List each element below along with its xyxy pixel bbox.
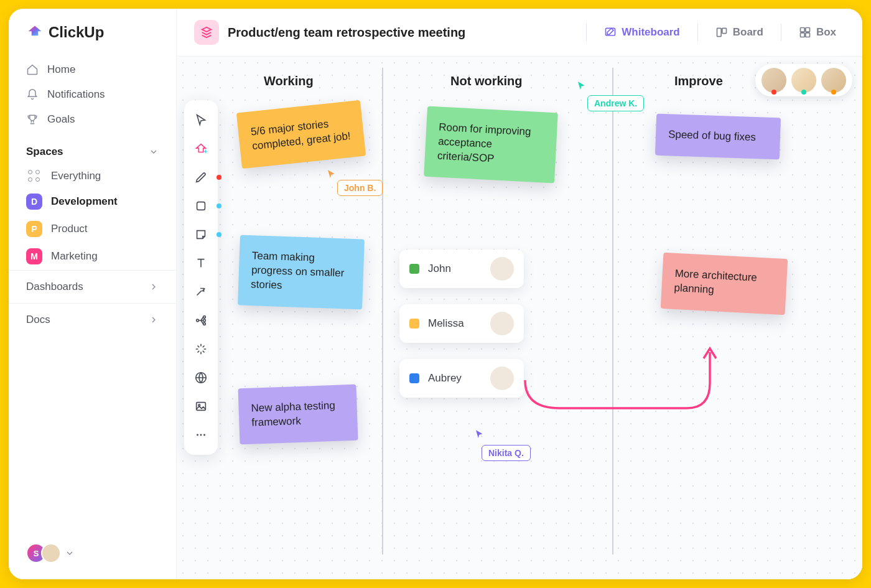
trophy-icon	[26, 113, 39, 126]
sticky-note[interactable]: New alpha testing framework	[238, 385, 358, 444]
logo-text: ClickUp	[49, 24, 104, 41]
svg-point-10	[203, 316, 206, 319]
svg-rect-14	[197, 403, 206, 411]
sidebar-docs[interactable]: Docs	[9, 303, 176, 336]
view-tab-board[interactable]: Board	[707, 21, 772, 44]
presence-status-dot	[831, 90, 836, 95]
svg-rect-2	[722, 28, 727, 33]
divider	[781, 24, 781, 41]
remote-cursor-label: John B.	[337, 180, 383, 196]
tool-more[interactable]	[188, 422, 214, 447]
svg-rect-6	[806, 33, 810, 37]
avatar	[490, 257, 514, 281]
space-product[interactable]: P Product	[9, 215, 176, 243]
tool-text[interactable]	[188, 251, 214, 276]
page-title: Product/eng team retrospective meeting	[228, 26, 465, 40]
nav-goals[interactable]: Goals	[9, 107, 176, 132]
tool-connector[interactable]	[188, 279, 214, 304]
remote-cursor-icon	[326, 169, 337, 180]
tool-pen[interactable]	[188, 165, 214, 190]
presence-avatar[interactable]	[821, 68, 846, 93]
bell-icon	[26, 88, 39, 101]
chevron-down-icon	[149, 147, 159, 157]
tool-web[interactable]	[188, 365, 214, 390]
nav-home[interactable]: Home	[9, 57, 176, 82]
svg-rect-4	[806, 28, 810, 32]
space-label: Everything	[51, 170, 101, 182]
column-header-working: Working	[264, 74, 314, 88]
sticky-note[interactable]: Team making progress on smaller stories	[238, 235, 365, 310]
whiteboard-toolbar: +	[184, 100, 218, 455]
everything-icon	[28, 170, 40, 182]
svg-point-16	[197, 434, 198, 436]
tool-ai[interactable]	[188, 337, 214, 362]
svg-rect-8	[197, 202, 205, 210]
status-square	[409, 264, 419, 274]
space-badge: P	[26, 221, 42, 237]
board-icon	[715, 26, 728, 39]
svg-point-17	[200, 434, 202, 436]
user-avatar[interactable]	[41, 543, 61, 563]
svg-point-9	[197, 319, 199, 322]
nav-label: Goals	[47, 113, 75, 126]
remote-cursor-icon	[576, 80, 587, 91]
home-icon	[26, 63, 39, 76]
task-card[interactable]: Melissa	[399, 304, 524, 343]
chevron-down-icon[interactable]	[65, 548, 75, 558]
column-header-notworking: Not working	[450, 74, 523, 88]
box-icon	[799, 26, 811, 39]
divider	[697, 24, 698, 41]
tool-clickup[interactable]: +	[188, 136, 214, 161]
space-development[interactable]: D Development	[9, 188, 176, 215]
svg-point-11	[203, 319, 206, 322]
tool-mindmap[interactable]	[188, 308, 214, 333]
view-tab-whiteboard[interactable]: Whiteboard	[595, 21, 689, 44]
svg-rect-3	[800, 28, 804, 32]
view-tab-box[interactable]: Box	[790, 21, 845, 44]
space-label: Development	[51, 195, 118, 208]
presence-avatars[interactable]	[755, 64, 852, 96]
tool-sticky[interactable]	[188, 222, 214, 247]
spaces-header[interactable]: Spaces	[9, 132, 176, 164]
task-card[interactable]: Aubrey	[399, 359, 524, 398]
chevron-right-icon	[149, 282, 159, 292]
status-square	[409, 319, 419, 329]
sticky-note[interactable]: Room for improving acceptance criteria/S…	[424, 106, 558, 184]
app-frame: ClickUp Home Notifications Goals Spaces …	[9, 9, 862, 579]
remote-cursor-icon	[474, 429, 485, 440]
chevron-right-icon	[149, 315, 159, 325]
svg-rect-5	[800, 33, 804, 37]
presence-avatar[interactable]	[762, 68, 786, 93]
card-user-name: Melissa	[428, 317, 482, 330]
card-user-name: Aubrey	[428, 372, 482, 385]
sidebar-footer[interactable]: S	[9, 534, 176, 572]
clickup-logo-icon	[26, 24, 44, 41]
space-label: Product	[51, 223, 88, 235]
presence-avatar[interactable]	[791, 68, 816, 93]
nav-notifications[interactable]: Notifications	[9, 82, 176, 107]
tool-shape[interactable]	[188, 194, 214, 218]
whiteboard-canvas[interactable]: + Working Not working Improve 5/6 major …	[177, 57, 862, 579]
divider	[586, 24, 587, 41]
task-card[interactable]: John	[399, 250, 524, 288]
logo[interactable]: ClickUp	[9, 24, 176, 57]
avatar	[490, 366, 514, 390]
presence-status-dot	[801, 90, 806, 95]
tool-select[interactable]	[188, 108, 214, 133]
sticky-note[interactable]: Speed of bug fixes	[655, 114, 781, 160]
column-header-improve: Improve	[674, 74, 723, 88]
sticky-note[interactable]: 5/6 major stories completed, great job!	[236, 100, 366, 169]
sidebar: ClickUp Home Notifications Goals Spaces …	[9, 9, 177, 579]
space-marketing[interactable]: M Marketing	[9, 243, 176, 270]
tool-image[interactable]	[188, 394, 214, 419]
space-badge: D	[26, 194, 42, 210]
whiteboard-icon	[604, 26, 617, 39]
space-everything[interactable]: Everything	[9, 164, 176, 188]
sidebar-dashboards[interactable]: Dashboards	[9, 270, 176, 303]
remote-cursor-label: Nikita Q.	[482, 445, 531, 461]
svg-point-12	[203, 323, 206, 325]
sticky-note[interactable]: More architecture planning	[661, 253, 788, 315]
column-divider	[382, 68, 383, 554]
svg-text:+: +	[204, 148, 208, 155]
connector-arrow[interactable]	[522, 340, 727, 421]
